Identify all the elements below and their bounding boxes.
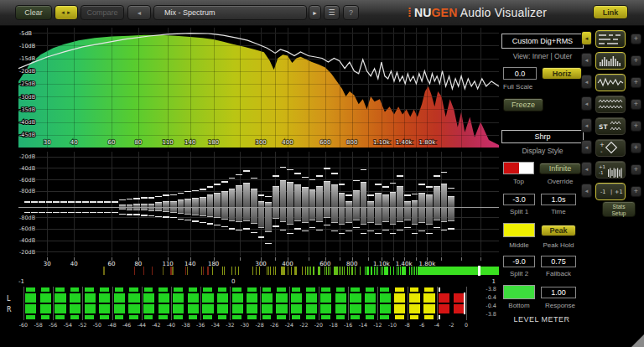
clear-button[interactable]: Clear: [15, 5, 52, 20]
svg-text:-40: -40: [167, 322, 175, 328]
display-row-vectorscope: ◄+-+: [581, 139, 644, 158]
svg-text:80: 80: [134, 139, 142, 146]
svg-text:-20dB: -20dB: [19, 68, 35, 75]
spectrum-histogram-view-button[interactable]: [595, 52, 626, 70]
svg-text:-10dB: -10dB: [19, 43, 35, 49]
play-button[interactable]: ►: [309, 5, 321, 20]
assign-left-button-spectrogram[interactable]: ◄: [581, 96, 592, 111]
horiz-button[interactable]: Horiz: [542, 67, 582, 80]
spectrogram-icon: [596, 96, 625, 112]
svg-text:-52: -52: [78, 322, 86, 328]
assign-left-button-waveform[interactable]: ◄: [581, 75, 592, 89]
svg-text:+1: +1: [615, 189, 623, 195]
add-view-button-spectrum-graph[interactable]: +: [631, 34, 641, 44]
middle-color-swatch[interactable]: [503, 223, 535, 237]
svg-text:-45dB: -45dB: [19, 132, 35, 138]
svg-text:-40dB: -40dB: [19, 165, 35, 172]
svg-text:-48: -48: [107, 322, 116, 328]
add-view-button-correlation-history[interactable]: +: [631, 164, 641, 175]
time-input[interactable]: 1.0s: [541, 194, 576, 205]
help-button[interactable]: ?: [343, 5, 359, 20]
svg-text:R: R: [7, 306, 12, 313]
svg-text:-20dB: -20dB: [19, 153, 35, 160]
stereo-waveform-view-button[interactable]: ST: [595, 117, 626, 135]
display-row-correlation-history: ◄+1-1+: [581, 161, 644, 179]
spectrum-graph-icon: [596, 31, 625, 47]
resize-grip[interactable]: [631, 334, 644, 347]
freeze-button[interactable]: Freeze: [503, 98, 543, 111]
meter-mode-dropdown[interactable]: Custom Dig+RMS: [501, 34, 584, 49]
svg-text:-1: -1: [600, 189, 605, 195]
infinite-button[interactable]: Infinite: [539, 163, 581, 174]
add-view-button-spectrogram[interactable]: +: [631, 99, 641, 110]
view-mode-label[interactable]: View: Inner | Outer: [501, 52, 584, 60]
split2-input[interactable]: -9.0: [503, 256, 535, 267]
waveform-view-button[interactable]: [595, 74, 626, 91]
display-row-stereo-waveform: ◄ST+: [581, 117, 644, 136]
svg-text:-3.8: -3.8: [486, 311, 496, 318]
full-scale-input[interactable]: 0.0: [503, 67, 537, 80]
prev-preset-button[interactable]: ◄: [127, 5, 151, 20]
swap-arrows-button[interactable]: ◄►: [55, 5, 78, 20]
level-meter-title: LEVEL METER: [496, 315, 587, 324]
svg-text:-60: -60: [19, 322, 28, 328]
svg-text:-16: -16: [344, 322, 352, 328]
response-label: Response: [538, 302, 583, 309]
top-color-left: [504, 163, 519, 174]
svg-text:-2: -2: [449, 322, 454, 328]
stereo-waveform-icon: ST: [596, 118, 625, 134]
svg-text:L: L: [7, 295, 11, 303]
correlation-meter-view-button[interactable]: -1|+1: [595, 183, 626, 200]
svg-text:-44: -44: [138, 322, 146, 328]
compare-button[interactable]: Compare: [80, 5, 124, 20]
stats-setup-button[interactable]: StatsSetup: [602, 201, 636, 217]
svg-text:40: 40: [70, 139, 78, 146]
top-label: Top: [503, 178, 534, 185]
correlation-history-view-button[interactable]: +1-1: [595, 161, 626, 179]
svg-text:-0.4: -0.4: [486, 294, 496, 301]
response-input[interactable]: 1.00: [541, 287, 576, 298]
assign-left-button-correlation-history[interactable]: ◄: [581, 162, 592, 176]
svg-text:-4: -4: [434, 322, 439, 328]
spectrogram-view-button[interactable]: [595, 96, 626, 113]
split1-label: Split 1: [501, 208, 538, 215]
time-label: Time: [541, 208, 576, 215]
assign-left-button-spectrum-histogram[interactable]: ◄: [581, 53, 592, 67]
display-row-correlation-meter: ◄-1|+1+: [581, 183, 644, 201]
top-color-swatch[interactable]: [503, 162, 534, 174]
link-button[interactable]: Link: [593, 5, 628, 19]
svg-text:-36: -36: [196, 322, 205, 328]
svg-text:-22: -22: [299, 322, 308, 328]
peak-button[interactable]: Peak: [541, 225, 576, 236]
bottom-color-swatch[interactable]: [503, 285, 535, 299]
svg-text:60: 60: [108, 139, 116, 146]
add-view-button-spectrum-histogram[interactable]: +: [631, 55, 641, 66]
correlation-history-icon: +1-1: [596, 162, 625, 178]
split1-input[interactable]: -3.0: [503, 194, 535, 205]
brand-gen: GEN: [432, 6, 458, 19]
add-view-button-stereo-waveform[interactable]: +: [631, 121, 641, 132]
assign-left-button-stereo-waveform[interactable]: ◄: [581, 118, 592, 132]
display-style-dropdown[interactable]: Shrp: [501, 130, 584, 143]
vectorscope-view-button[interactable]: +-: [595, 139, 626, 157]
logo-dots-icon: ⁞: [408, 6, 412, 19]
preset-list-icon[interactable]: ☰: [324, 5, 340, 20]
svg-text:-46: -46: [122, 322, 131, 328]
add-view-button-waveform[interactable]: +: [631, 77, 641, 88]
assign-left-button-correlation-meter[interactable]: ◄: [581, 184, 592, 198]
add-view-button-vectorscope[interactable]: +: [631, 142, 641, 153]
toolbar: Clear ◄► Compare ◄ Mix - Spectrum ► ☰ ? …: [0, 0, 644, 26]
vectorscope-icon: +-: [596, 140, 625, 156]
svg-text:-40dB: -40dB: [19, 119, 35, 126]
svg-text:800: 800: [346, 139, 357, 146]
spectrum-graph-view-button[interactable]: [595, 30, 626, 48]
svg-text:-15dB: -15dB: [19, 55, 35, 62]
assign-left-button-vectorscope[interactable]: ◄: [581, 140, 592, 154]
preset-dropdown[interactable]: Mix - Spectrum: [153, 5, 307, 20]
add-view-button-correlation-meter[interactable]: +: [631, 186, 641, 197]
assign-left-button-spectrum-graph[interactable]: ◄: [581, 31, 592, 45]
svg-text:140: 140: [184, 139, 195, 146]
fallback-input[interactable]: 0.75: [541, 256, 576, 267]
spectrum-histogram-icon: [596, 53, 625, 69]
svg-text:-6: -6: [419, 322, 424, 328]
